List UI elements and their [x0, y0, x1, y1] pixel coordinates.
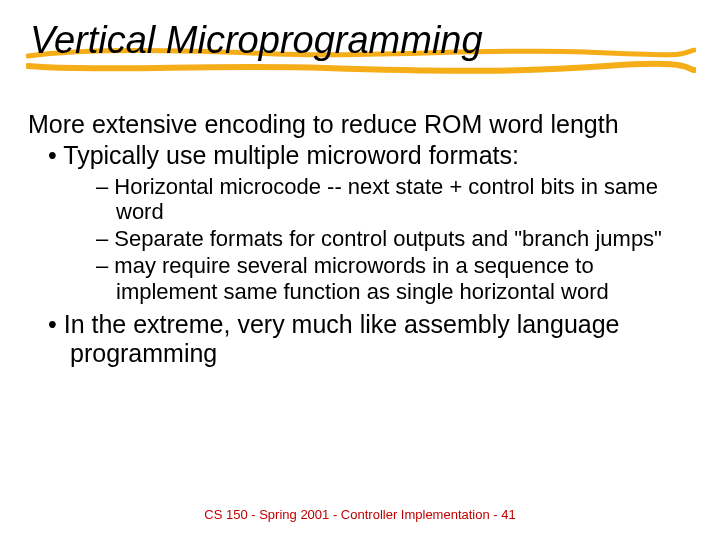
- bullet-level1: In the extreme, very much like assembly …: [28, 310, 678, 368]
- bullet-level2: may require several microwords in a sequ…: [28, 253, 678, 304]
- sub-bullet-text: may require several microwords in a sequ…: [114, 253, 608, 303]
- sub-bullet-text: Horizontal microcode -- next state + con…: [114, 174, 658, 224]
- slide: Vertical Microprogramming More extensive…: [0, 0, 720, 540]
- bullet-level1: Typically use multiple microword formats…: [28, 141, 678, 170]
- bullet-text: Typically use multiple microword formats…: [63, 141, 519, 169]
- sub-bullet-group: Horizontal microcode -- next state + con…: [28, 174, 678, 304]
- lead-text: More extensive encoding to reduce ROM wo…: [28, 110, 678, 139]
- slide-footer: CS 150 - Spring 2001 - Controller Implem…: [0, 507, 720, 522]
- sub-bullet-text: Separate formats for control outputs and…: [114, 226, 662, 251]
- lead-text-span: More extensive encoding to reduce ROM wo…: [28, 110, 619, 138]
- bullet-level2: Horizontal microcode -- next state + con…: [28, 174, 678, 225]
- title-block: Vertical Microprogramming: [30, 20, 690, 62]
- bullet-level2: Separate formats for control outputs and…: [28, 226, 678, 251]
- slide-body: More extensive encoding to reduce ROM wo…: [28, 110, 678, 371]
- bullet-text: In the extreme, very much like assembly …: [64, 310, 620, 367]
- slide-title: Vertical Microprogramming: [30, 20, 690, 62]
